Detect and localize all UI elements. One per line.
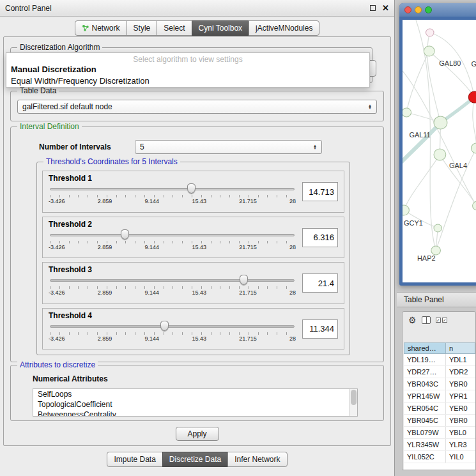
table-data-combo-value: galFiltered.sif default node: [22, 102, 112, 111]
table-row[interactable]: YBR045CYBR0: [404, 415, 475, 427]
threshold-slider[interactable]: [49, 229, 296, 240]
table-row[interactable]: YDR27…YDR2: [404, 366, 475, 378]
threshold-label: Threshold 1: [49, 174, 296, 183]
bottom-tab-bar: Impute DataDiscretize DataInfer Network: [0, 452, 394, 467]
list-scrollbar[interactable]: [349, 389, 357, 416]
threshold-value-field[interactable]: 6.316: [302, 228, 338, 247]
tab-style[interactable]: Style: [127, 20, 158, 36]
table-row[interactable]: YDL19…YDL1: [404, 354, 475, 366]
network-node[interactable]: [431, 246, 441, 255]
threshold-label: Threshold 4: [49, 311, 296, 320]
threshold-value-field[interactable]: 21.4: [302, 273, 338, 293]
network-canvas[interactable]: GAL80GAGAL11GAL4GCY1HAP2: [403, 20, 476, 282]
table-row[interactable]: YER054CYER0: [404, 403, 475, 415]
zoom-traffic-light-icon[interactable]: [425, 6, 432, 13]
control-panel-window: Control Panel ✕ NetworkStyleSelectCyni T…: [0, 0, 395, 476]
cell-name: YBR0: [446, 378, 475, 390]
tab-jactivemnodules[interactable]: jActiveMNodules: [249, 20, 319, 36]
tab-cyni-toolbox[interactable]: Cyni Toolbox: [192, 20, 249, 36]
network-node[interactable]: [434, 116, 447, 129]
cell-shared-name: YDR27…: [404, 366, 446, 378]
scale-tick-label: 15.43: [192, 335, 206, 342]
list-item[interactable]: SelfLoops: [33, 389, 357, 399]
table-data-combo[interactable]: galFiltered.sif default node ▲▼: [17, 100, 377, 114]
cell-shared-name: YER054C: [404, 403, 446, 414]
network-node[interactable]: [434, 149, 446, 160]
cell-name: YIL0: [446, 451, 475, 463]
threshold-value-field[interactable]: 14.713: [302, 182, 338, 201]
scale-tick-label: 21.715: [239, 335, 257, 342]
table-row[interactable]: YBR043CYBR0: [404, 378, 475, 390]
scale-tick-label: -3.426: [49, 198, 65, 204]
threshold-slider[interactable]: [49, 321, 296, 332]
scale-tick-label: 2.859: [98, 289, 112, 296]
cell-name: YER0: [446, 403, 475, 414]
threshold-slider[interactable]: [49, 275, 296, 286]
list-item[interactable]: TopologicalCoefficient: [33, 399, 357, 410]
tab-discretize-data[interactable]: Discretize Data: [162, 452, 228, 467]
slider-scale: -3.4262.8599.14415.4321.71528: [49, 289, 296, 296]
apply-button[interactable]: Apply: [175, 427, 219, 441]
tab-impute-data[interactable]: Impute Data: [107, 452, 162, 467]
scale-tick-label: 2.859: [98, 244, 112, 250]
network-titlebar[interactable]: [399, 3, 476, 17]
close-traffic-light-icon[interactable]: [404, 6, 411, 13]
table-row[interactable]: YLR345WYLR3: [404, 439, 475, 451]
column-header-name[interactable]: n: [446, 342, 475, 354]
network-node[interactable]: [471, 143, 476, 153]
table-row[interactable]: YIL052CYIL0: [404, 451, 475, 463]
cell-name: YBL0: [446, 427, 475, 438]
network-node[interactable]: [426, 29, 434, 36]
minimize-traffic-light-icon[interactable]: [415, 6, 422, 13]
thresholds-title: Threshold's Coordinates for 5 Intervals: [43, 157, 180, 166]
dropdown-option-equal-width[interactable]: Equal Width/Frequency Discretization: [6, 75, 369, 87]
table-row[interactable]: YBL079WYBL0: [404, 427, 475, 439]
screen: Control Panel ✕ NetworkStyleSelectCyni T…: [0, 0, 476, 476]
column-header-shared-name[interactable]: shared…: [404, 342, 446, 354]
network-node[interactable]: [424, 46, 434, 56]
numerical-attributes-list[interactable]: SelfLoopsTopologicalCoefficientBetweenne…: [33, 388, 358, 417]
select-columns-icon[interactable]: ✓ ✓: [436, 318, 447, 323]
slider-thumb[interactable]: [121, 229, 129, 240]
columns-icon[interactable]: [422, 316, 431, 324]
slider-track[interactable]: [50, 279, 295, 282]
slider-track[interactable]: [50, 234, 295, 236]
scale-tick-label: 9.144: [145, 244, 160, 250]
slider-scale: -3.4262.8599.14415.4321.71528: [49, 198, 296, 204]
close-icon[interactable]: ✕: [382, 4, 389, 12]
control-panel-titlebar: Control Panel ✕: [0, 0, 394, 17]
attributes-group: Attributes to discretize Numerical Attri…: [10, 365, 384, 421]
scale-tick-label: -3.426: [49, 244, 65, 250]
table-panel-header[interactable]: Table Panel: [397, 292, 476, 307]
cell-name: YDR2: [446, 366, 475, 378]
tab-label: Infer Network: [234, 455, 280, 464]
slider-thumb[interactable]: [187, 183, 196, 194]
threshold-slider[interactable]: [49, 183, 296, 194]
list-item[interactable]: BetweennessCentrality: [33, 410, 357, 417]
scale-tick-label: 15.43: [192, 244, 206, 250]
tab-select[interactable]: Select: [157, 20, 192, 36]
threshold-panel: Threshold 2-3.4262.8599.14415.4321.71528…: [42, 217, 344, 259]
slider-track[interactable]: [50, 325, 295, 328]
dropdown-option-manual[interactable]: Manual Discretization: [6, 64, 369, 75]
tab-infer-network[interactable]: Infer Network: [227, 452, 287, 467]
tab-label: Cyni Toolbox: [199, 24, 242, 33]
network-node[interactable]: [434, 224, 442, 232]
network-node[interactable]: [403, 205, 409, 215]
scale-tick-label: 28: [289, 244, 296, 250]
checkbox-icon: ✓: [442, 318, 447, 323]
threshold-value-field[interactable]: 11.344: [302, 319, 338, 339]
tab-label: Impute Data: [114, 455, 155, 464]
gear-icon[interactable]: ⚙: [408, 316, 417, 325]
slider-thumb[interactable]: [160, 321, 169, 331]
scrollbar-thumb[interactable]: [351, 390, 357, 405]
slider-track[interactable]: [50, 188, 295, 190]
float-window-icon[interactable]: [370, 5, 376, 11]
table-row[interactable]: YPR145WYPR1: [404, 390, 475, 403]
tab-label: jActiveMNodules: [256, 24, 312, 33]
slider-thumb[interactable]: [240, 275, 248, 285]
network-node[interactable]: [473, 201, 476, 210]
tab-network[interactable]: Network: [75, 20, 127, 36]
num-intervals-combo[interactable]: 5 ▲▼: [135, 140, 322, 154]
network-node[interactable]: [403, 108, 411, 117]
